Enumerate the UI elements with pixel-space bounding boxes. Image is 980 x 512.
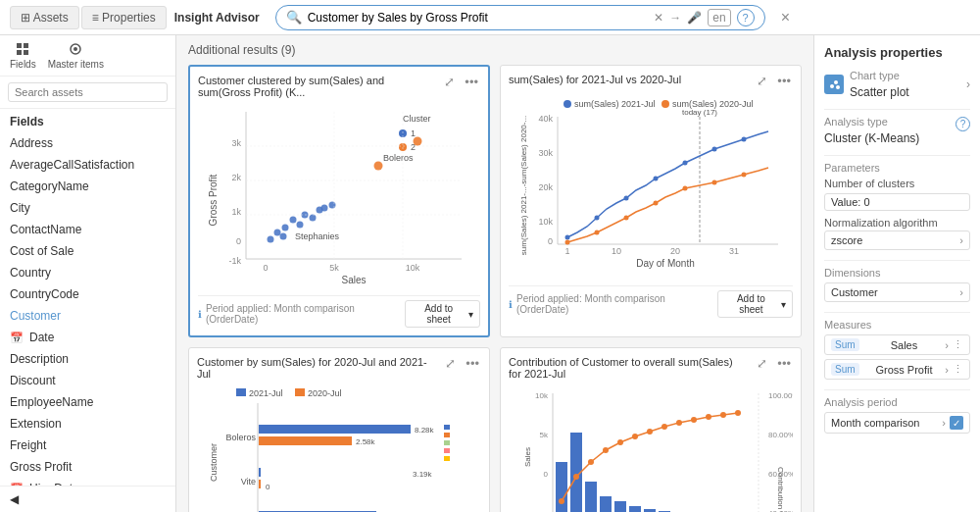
clear-search-button[interactable]: ✕ [654,11,663,25]
tab-assets[interactable]: ⊞ Assets [10,6,79,29]
svg-text:today (17): today (17) [682,108,717,117]
chart-1-expand-button[interactable]: ⤢ [442,75,457,89]
svg-text:40k: 40k [538,114,553,124]
sidebar-item-contact[interactable]: ContactName [0,219,175,240]
svg-rect-121 [629,506,641,512]
svg-rect-3 [24,50,28,55]
svg-point-43 [564,100,571,108]
ap-row-actions: › ✓ [942,416,963,430]
measure-gp-chevron-icon: › [945,364,949,376]
analysis-type-help-button[interactable]: ? [956,117,970,131]
sidebar-icon-fields[interactable]: Fields [10,41,36,70]
sidebar: Fields Master items Fields Address Avera… [0,35,176,512]
svg-rect-119 [600,496,612,512]
chart-type-section: Chart type Scatter plot › [824,70,970,99]
measure-sales-chevron-icon: › [945,339,949,351]
dropdown-arrow-icon-2: ▾ [781,299,786,310]
chart-2-actions: ⤢ ••• [755,74,793,88]
chart-3-expand-button[interactable]: ⤢ [443,356,458,371]
chart-4-menu-button[interactable]: ••• [775,356,793,371]
sidebar-item-date[interactable]: 📅Date [0,327,175,348]
svg-text:Sales: Sales [523,447,532,467]
fields-icon-label: Fields [10,59,36,70]
sidebar-item-grossprofit[interactable]: Gross Profit [0,456,175,478]
measure-sales[interactable]: Sum Sales › ⋮ [824,334,970,355]
svg-text:2021-Jul: 2021-Jul [249,388,283,398]
tab-properties[interactable]: ≡ Properties [81,6,167,29]
svg-text:20k: 20k [538,182,553,192]
chart-4-expand-button[interactable]: ⤢ [755,356,769,371]
chart-2-add-sheet-button[interactable]: Add to sheet ▾ [717,290,793,318]
chart-2-expand-button[interactable]: ⤢ [755,74,769,88]
sidebar-item-employee[interactable]: EmployeeName [0,391,175,413]
chart-3-menu-button[interactable]: ••• [464,356,481,371]
svg-rect-120 [614,501,626,512]
svg-point-140 [720,412,726,418]
svg-text:0: 0 [266,483,270,491]
chart-2-footer-text: ℹ Period applied: Month comparison (Orde… [509,293,717,315]
svg-rect-90 [259,468,261,477]
svg-rect-88 [259,436,352,445]
right-panel-title: Analysis properties [824,45,970,60]
chart-2-menu-button[interactable]: ••• [775,74,793,88]
chart-card-1: Customer clustered by sum(Sales) and sum… [188,65,490,337]
svg-text:80.00%: 80.00% [768,431,793,439]
sidebar-item-label: Date [29,331,54,344]
analysis-period-label: Analysis period [824,396,970,408]
analysis-period-row[interactable]: Month comparison › ✓ [824,412,970,434]
svg-point-26 [280,233,287,240]
sidebar-item-costofsale[interactable]: Cost of Sale [0,240,175,262]
mic-icon[interactable]: 🎤 [687,11,702,25]
norm-value-row[interactable]: zscore › [824,230,970,250]
chart-1-menu-button[interactable]: ••• [463,75,480,89]
svg-rect-86 [259,425,411,434]
sidebar-item-countrycode[interactable]: CountryCode [0,283,175,305]
sidebar-item-city[interactable]: City [0,197,175,219]
svg-text:Boleros: Boleros [383,153,414,163]
dimensions-label: Dimensions [824,267,970,279]
svg-text:10k: 10k [406,263,420,273]
search-icon: 🔍 [286,10,302,25]
sidebar-search-input[interactable] [8,82,168,102]
measures-section: Measures Sum Sales › ⋮ Sum Gross Profit … [824,319,970,380]
info-button[interactable]: ? [737,9,755,26]
sidebar-icon-master[interactable]: Master items [48,41,104,70]
sidebar-item-description[interactable]: Description [0,348,175,370]
sidebar-item-address[interactable]: Address [0,132,175,154]
sidebar-item-hiredate[interactable]: 📅Hire Date [0,478,175,486]
measure-grossprofit[interactable]: Sum Gross Profit › ⋮ [824,359,970,380]
measure-gp-actions: › ⋮ [945,363,963,376]
svg-rect-0 [17,43,22,48]
measure-sales-label: Sales [891,339,918,351]
chart-card-4-header: Contribution of Customer to overall sum(… [509,356,793,380]
value-input[interactable] [824,193,970,211]
sidebar-item-label: ContactName [10,223,81,236]
sidebar-item-freight[interactable]: Freight [0,435,175,456]
chart-type-chevron: › [966,77,970,91]
svg-point-134 [632,434,638,439]
sidebar-item-country[interactable]: Country [0,262,175,283]
lang-badge[interactable]: en [708,9,730,26]
svg-point-5 [74,47,77,51]
ap-checkbox[interactable]: ✓ [950,416,963,430]
arrow-icon[interactable]: → [669,11,681,25]
measure-sales-tag: Sum [831,338,859,351]
chart-3-actions: ⤢ ••• [443,356,481,371]
assets-icon: ⊞ [21,11,30,25]
dimension-customer[interactable]: Customer › [824,282,970,302]
search-input[interactable] [308,11,649,25]
sidebar-item-category[interactable]: CategoryName [0,176,175,197]
sidebar-collapse-button[interactable]: ◀ [0,486,175,512]
chart-1-add-sheet-button[interactable]: Add to sheet ▾ [405,300,480,328]
svg-text:100.00%: 100.00% [768,391,793,400]
num-clusters-label: Number of clusters [824,178,970,189]
close-button[interactable]: × [781,9,790,26]
sidebar-item-customer[interactable]: Customer [0,305,175,327]
sidebar-item-avg[interactable]: AverageCallSatisfaction [0,154,175,176]
sidebar-item-extension[interactable]: Extension [0,413,175,435]
svg-text:10k: 10k [535,391,549,400]
sidebar-item-discount[interactable]: Discount [0,370,175,391]
main-layout: Fields Master items Fields Address Avera… [0,35,980,512]
sidebar-item-label: Customer [10,309,61,323]
svg-rect-91 [259,480,261,488]
